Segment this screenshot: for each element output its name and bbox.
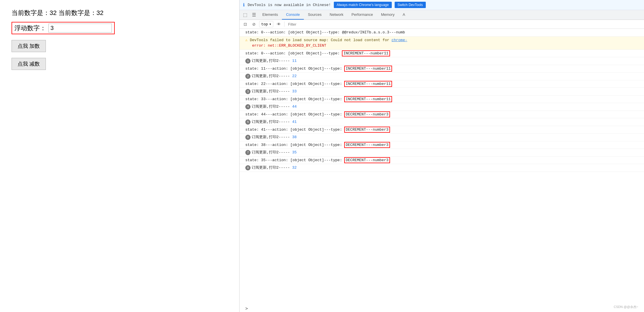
log-text-highlighted: INCREMENT---number11 xyxy=(344,96,392,102)
tab-sources[interactable]: Sources xyxy=(304,10,326,20)
log-text-before: state: 0---action: [object Object]---typ… xyxy=(245,51,342,56)
subscript-prefix: 订阅更新,打印2----- xyxy=(252,120,292,124)
log-line: 7订阅更新,打印2----- 35 xyxy=(240,149,644,157)
subscript-num: 11 xyxy=(292,59,297,63)
log-line: 3订阅更新,打印2----- 33 xyxy=(240,88,644,96)
notification-text: DevTools is now available in Chinese! xyxy=(248,3,331,7)
log-line: state: 35---action: [object Object]---ty… xyxy=(240,157,644,164)
subscript-prefix: 订阅更新,打印2----- xyxy=(252,89,292,94)
log-line: 2订阅更新,打印2----- 22 xyxy=(240,73,644,80)
badge-1: 1 xyxy=(245,58,251,64)
log-text-before: state: 33---action: [object Object]---ty… xyxy=(245,97,344,101)
log-line: state: 38---action: [object Object]---ty… xyxy=(240,141,644,149)
float-input[interactable] xyxy=(48,24,112,33)
info-icon: ℹ xyxy=(243,2,245,8)
clear-console-icon[interactable]: ⊘ xyxy=(251,21,257,28)
tab-performance[interactable]: Performance xyxy=(347,10,377,20)
dropdown-arrow-icon: ▾ xyxy=(269,22,271,26)
badge-5: 5 xyxy=(245,119,251,125)
error-text: error: net::ERR_BLOCKED_BY_CLIENT xyxy=(252,43,326,48)
log-line: state: 11---action: [object Object]---ty… xyxy=(240,65,644,73)
subscript-num: 41 xyxy=(292,120,297,124)
subscript-prefix: 订阅更新,打印2----- xyxy=(252,135,292,139)
badge-7: 7 xyxy=(245,150,251,155)
console-toolbar: ⊡ ⊘ top ▾ 👁 xyxy=(240,20,644,29)
sidebar-toggle-icon[interactable]: ⊡ xyxy=(242,21,249,28)
float-label: 浮动数字： xyxy=(14,24,46,33)
subscript-prefix: 订阅更新,打印2----- xyxy=(252,74,292,78)
log-line: state: 22---action: [object Object]---ty… xyxy=(240,80,644,88)
devtools-notification-bar: ℹ DevTools is now available in Chinese! … xyxy=(240,0,644,10)
subscript-num: 38 xyxy=(292,135,297,139)
subscript-prefix: 订阅更新,打印2----- xyxy=(252,165,292,170)
badge-3: 3 xyxy=(245,89,251,94)
log-text-before: state: 11---action: [object Object]---ty… xyxy=(245,66,344,71)
subscript-num: 32 xyxy=(292,165,297,170)
log-line: 6订阅更新,打印2----- 38 xyxy=(240,134,644,141)
log-text-highlighted: INCREMENT---number11 xyxy=(344,66,392,72)
log-line: state: 44---action: [object Object]---ty… xyxy=(240,111,644,119)
console-prompt[interactable]: > xyxy=(240,305,644,312)
log-line: state: 33---action: [object Object]---ty… xyxy=(240,96,644,103)
log-line: 5订阅更新,打印2----- 41 xyxy=(240,118,644,126)
subscript-prefix: 订阅更新,打印2----- xyxy=(252,150,292,155)
context-label: top xyxy=(261,22,268,26)
log-text-before: state: 38---action: [object Object]---ty… xyxy=(245,143,344,147)
log-line: 4订阅更新,打印2----- 44 xyxy=(240,103,644,111)
increment-button[interactable]: 点我 加数 xyxy=(12,40,46,52)
console-filter-input[interactable] xyxy=(286,22,642,27)
devtools-panel: ℹ DevTools is now available in Chinese! … xyxy=(239,0,644,312)
subscript-num: 22 xyxy=(292,74,297,78)
log-text-highlighted: DECREMENT---number3 xyxy=(344,111,390,117)
log-line: state: 41---action: [object Object]---ty… xyxy=(240,126,644,134)
always-match-button[interactable]: Always match Chrome's language xyxy=(334,2,392,8)
log-text-highlighted: INCREMENT---number11 xyxy=(342,50,390,56)
app-panel: 当前数字是：32 当前数字是：32 浮动数字： 点我 加数 点我 减数 xyxy=(0,0,239,312)
subscript-num: 44 xyxy=(292,104,297,109)
subscript-prefix: 订阅更新,打印2----- xyxy=(252,59,292,63)
warning-icon: ⚠ xyxy=(245,38,248,42)
tab-console[interactable]: Console xyxy=(282,10,304,20)
watermark: CSDN @@余杰~ xyxy=(614,305,638,309)
log-text-before: state: 44---action: [object Object]---ty… xyxy=(245,112,344,117)
float-input-wrapper: 浮动数字： xyxy=(12,22,115,34)
eye-icon[interactable]: 👁 xyxy=(275,21,283,28)
tab-memory[interactable]: Memory xyxy=(377,10,399,20)
log-text-highlighted: INCREMENT---number11 xyxy=(344,81,392,87)
log-line: 1订阅更新,打印2----- 11 xyxy=(240,57,644,65)
devtools-tab-bar: ⬚ ☰ Elements Console Sources Network Per… xyxy=(240,10,644,20)
badge-4: 4 xyxy=(245,104,251,109)
warning-text: DevTools failed to load source map: Coul… xyxy=(250,38,391,42)
status-display: 当前数字是：32 当前数字是：32 xyxy=(12,9,228,17)
log-line: state: 0---action: [object Object]---typ… xyxy=(240,29,644,37)
tab-elements[interactable]: Elements xyxy=(258,10,282,20)
switch-devtools-button[interactable]: Switch DevTools xyxy=(395,2,426,8)
log-line: ⚠ DevTools failed to load source map: Co… xyxy=(240,37,644,50)
badge-8: 8 xyxy=(245,165,251,170)
badge-6: 6 xyxy=(245,135,251,140)
tab-more[interactable]: A xyxy=(399,10,409,20)
badge-2: 2 xyxy=(245,74,251,79)
log-text-highlighted: DECREMENT---number3 xyxy=(344,142,390,148)
log-line: 8订阅更新,打印2----- 32 xyxy=(240,164,644,172)
toolbar-divider xyxy=(284,22,285,27)
console-log-area: state: 0---action: [object Object]---typ… xyxy=(240,29,644,305)
decrement-button[interactable]: 点我 减数 xyxy=(12,58,46,70)
log-text-before: state: 22---action: [object Object]---ty… xyxy=(245,82,344,86)
log-text-highlighted: DECREMENT---number3 xyxy=(344,157,390,163)
tab-network[interactable]: Network xyxy=(326,10,348,20)
inspect-element-icon[interactable]: ⬚ xyxy=(241,10,250,19)
log-line: state: 0---action: [object Object]---typ… xyxy=(240,50,644,58)
log-text-before: state: 41---action: [object Object]---ty… xyxy=(245,128,344,132)
device-toolbar-icon[interactable]: ☰ xyxy=(250,10,258,19)
chrome-link[interactable]: chrome- xyxy=(391,38,407,42)
log-text-before: state: 35---action: [object Object]---ty… xyxy=(245,158,344,162)
subscript-num: 33 xyxy=(292,89,297,94)
context-dropdown[interactable]: top ▾ xyxy=(259,21,273,27)
log-text-highlighted: DECREMENT---number3 xyxy=(344,127,390,133)
subscript-num: 35 xyxy=(292,150,297,155)
subscript-prefix: 订阅更新,打印2----- xyxy=(252,104,292,109)
